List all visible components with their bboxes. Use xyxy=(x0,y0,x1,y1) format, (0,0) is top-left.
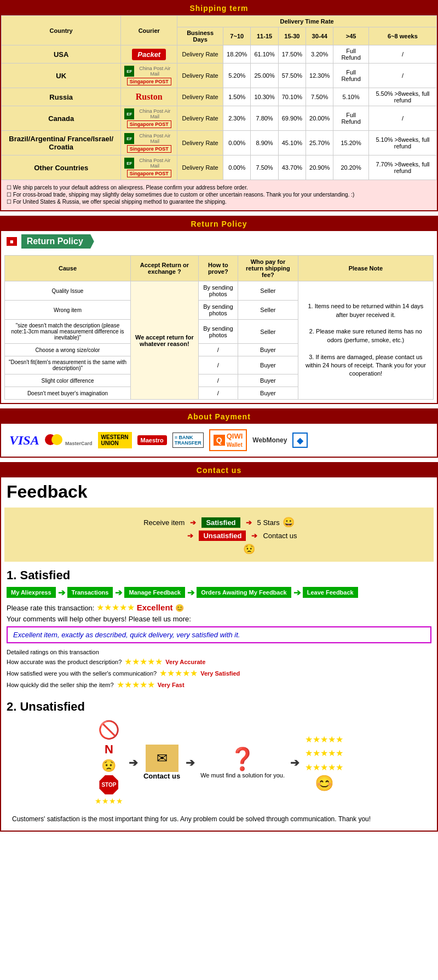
return-cause-5: Slight color difference xyxy=(5,374,131,387)
cell-3-3: 20.00% xyxy=(306,106,333,131)
happy-smiley: 😀 xyxy=(283,516,295,528)
sat-title: 1. Satisfied xyxy=(7,568,431,583)
bottom-stars: ★★★★ xyxy=(95,797,123,805)
visa-logo: VISA xyxy=(9,433,39,448)
cell-2-0: 1.50% xyxy=(223,88,251,106)
cell-3-0: 2.30% xyxy=(223,106,251,131)
feedback-box: Receive item ➔ Satisfied ➔ 5 Stars 😀 ➔ U… xyxy=(4,508,434,562)
return-prove-3: / xyxy=(198,344,238,356)
col-11-15: 11-15 xyxy=(251,27,278,45)
cell-3-2: 69.90% xyxy=(278,106,306,131)
courier-cell-5: EF China Post Air Mail Singapore POST xyxy=(121,155,177,180)
shipping-note: ☐ For cross-broad trade, shipping may sl… xyxy=(7,192,431,198)
return-whopay-5: Buyer xyxy=(238,374,298,387)
contact-section: Contact us Feedback Receive item ➔ Satis… xyxy=(0,462,438,832)
cell-1-5: / xyxy=(368,64,436,88)
arrow4: ➔ xyxy=(251,532,257,540)
rate-text: Please rate this transaction: ★★★★★ Exce… xyxy=(7,602,431,613)
return-prove-4: / xyxy=(198,356,238,374)
flow-btn-orders[interactable]: Orders Awaiting My Feedback xyxy=(197,587,291,598)
maestro-logo: Maestro xyxy=(137,435,167,445)
flow-arrow2: ➔ xyxy=(115,587,122,598)
return-section: Return Policy ■ Return Policy Cause Acce… xyxy=(0,216,438,404)
mastercard-logo: MasterCard xyxy=(45,434,93,447)
cell-5-1: 7.50% xyxy=(251,155,278,180)
no-icon-container: 🚫 N 😟 STOP ★★★★ xyxy=(95,719,123,805)
rating2-q: How satisfied were you with the seller's… xyxy=(7,670,157,677)
flow-arrow1: ➔ xyxy=(58,587,65,598)
return-policy-header: Return Policy xyxy=(1,217,437,231)
rating1-a: Very Accurate xyxy=(165,659,205,665)
col-country: Country xyxy=(2,16,121,45)
col-bd: Business Days xyxy=(177,27,223,45)
rating1-stars: ★★★★★ xyxy=(124,656,163,667)
frown-smiley-container: 😟 xyxy=(76,543,423,555)
rating-row-3: How quickly did the seller ship the item… xyxy=(7,679,431,690)
unsat-title: 2. Unsatisfied xyxy=(7,700,431,714)
col-accept: Accept Return or exchange ? xyxy=(131,256,199,281)
col-prove: How to prove? xyxy=(198,256,238,281)
delivery-rate-4: Delivery Rate xyxy=(177,131,223,155)
arrow2: ➔ xyxy=(246,518,252,527)
rating1-q: How accurate was the product description… xyxy=(7,659,122,665)
question-icon: ❓ xyxy=(229,746,256,772)
courier-cell-0: Packet xyxy=(121,45,177,64)
solution-container: ❓ We must find a solution for you. xyxy=(200,746,285,779)
return-whopay-0: Seller xyxy=(238,281,298,301)
country-cell-2: Russia xyxy=(2,88,121,106)
cell-2-2: 70.10% xyxy=(278,88,306,106)
unsat-arrow3: ➔ xyxy=(290,756,299,769)
payment-header: About Payment xyxy=(1,410,437,424)
flow-btn-transactions[interactable]: Transactions xyxy=(67,587,113,598)
cell-0-4: Full Refund xyxy=(333,45,369,64)
feedback-row-unsatisfied: ➔ Unsatisfied ➔ Contact us xyxy=(59,531,423,541)
cell-4-4: 15.20% xyxy=(333,131,369,155)
return-prove-6: / xyxy=(198,387,238,400)
ratings-box: Detailed ratings on this transaction How… xyxy=(7,647,431,693)
return-cause-6: Doesn't meet buyer's imagination xyxy=(5,387,131,400)
cell-4-1: 8.90% xyxy=(251,131,278,155)
accept-cell: We accept return for whatever reason! xyxy=(131,281,199,400)
contact-us-flow-label: Contact us xyxy=(143,772,180,780)
arrow3: ➔ xyxy=(187,532,193,540)
cell-2-1: 10.30% xyxy=(251,88,278,106)
feedback-title: Feedback xyxy=(1,477,437,504)
header-delivery-time: Delivery Time Rate xyxy=(177,16,437,27)
col-courier: Courier xyxy=(121,16,177,45)
country-cell-0: USA xyxy=(2,45,121,64)
courier-cell-3: EF China Post Air Mail Singapore POST xyxy=(121,106,177,131)
cell-1-3: 12.30% xyxy=(306,64,333,88)
shipping-notes: ☐ We ship parcels to your default addres… xyxy=(1,180,437,210)
arrow1: ➔ xyxy=(190,518,196,527)
return-whopay-4: Buyer xyxy=(238,356,298,374)
cell-0-0: 18.20% xyxy=(223,45,251,64)
flow-btn-leave[interactable]: Leave Feedback xyxy=(303,587,358,598)
final-text: Customers' satisfaction is the most impo… xyxy=(7,811,431,827)
flow-btn-manage[interactable]: Manage Feedback xyxy=(124,587,185,598)
qiwi-icon: Q xyxy=(214,435,225,446)
comments-text: Your comments will help other buyers! Pl… xyxy=(7,615,431,623)
cell-5-2: 43.70% xyxy=(278,155,306,180)
qiwi-container: Q QIWIWallet xyxy=(209,429,247,451)
return-whopay-6: Buyer xyxy=(238,387,298,400)
cell-4-0: 0.00% xyxy=(223,131,251,155)
rate-label: Please rate this transaction: xyxy=(7,604,94,612)
cell-2-3: 7.50% xyxy=(306,88,333,106)
cell-2-4: 5.10% xyxy=(333,88,369,106)
return-icon: ■ xyxy=(7,237,17,246)
cell-5-5: 7.70% >8weeks, full refund xyxy=(368,155,436,180)
flow-btn-myaliexpress[interactable]: My Aliexpress xyxy=(7,587,56,598)
payment-section: About Payment VISA MasterCard WESTERNUNI… xyxy=(0,408,438,458)
bank-transfer-logo: ≡ BANKTRANSFER xyxy=(172,433,204,448)
result-stars: ★★★★★★★★★★★★★★★ xyxy=(305,733,343,775)
col-7-10: 7~10 xyxy=(223,27,251,45)
cell-3-5: / xyxy=(368,106,436,131)
cell-1-1: 25.00% xyxy=(251,64,278,88)
result-smiley: 😊 xyxy=(315,774,334,792)
return-prove-5: / xyxy=(198,374,238,387)
rating3-stars: ★★★★★ xyxy=(117,679,155,690)
five-stars-label: 5 Stars xyxy=(257,518,280,527)
mastercard-text: MasterCard xyxy=(65,441,93,446)
unsat-arrow2: ➔ xyxy=(186,756,195,769)
receive-item-label: Receive item xyxy=(143,518,185,527)
